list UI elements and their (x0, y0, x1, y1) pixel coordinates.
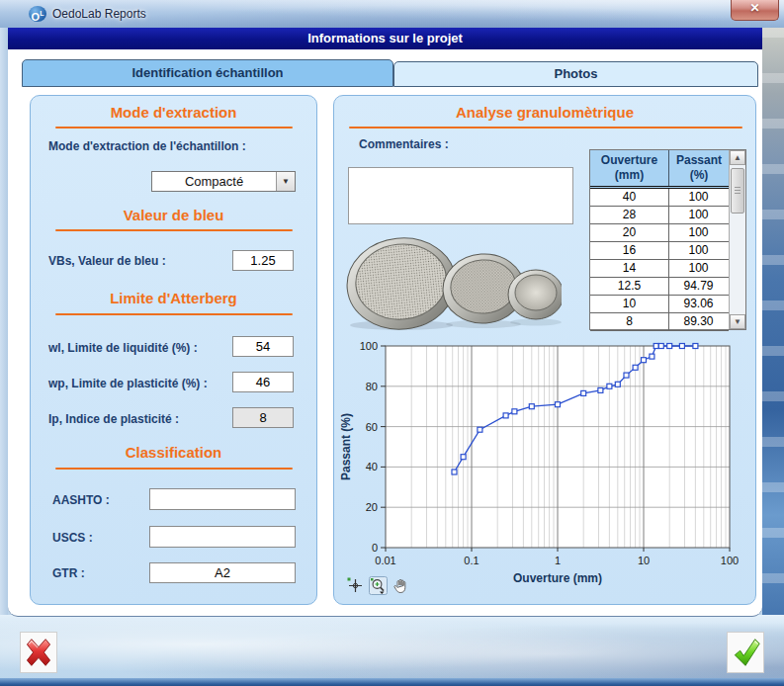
tab-photos[interactable]: Photos (393, 61, 758, 87)
test-sieves-image (342, 232, 562, 331)
ip-label: Ip, Indice de plasticité : (48, 412, 179, 426)
cancel-button[interactable] (20, 632, 57, 673)
table-cell: 8 (590, 313, 669, 330)
atterberg-heading: Limite d'Atterberg (31, 290, 316, 306)
window-frame-right (762, 28, 784, 686)
table-cell: 40 (590, 189, 669, 206)
granulo-table-head: Ouverture(mm)Passant(%) (590, 150, 729, 189)
granulometry-table: Ouverture(mm)Passant(%) 4010028100201001… (589, 149, 746, 330)
uscs-input[interactable] (149, 526, 296, 548)
table-row[interactable]: 12.594.79 (590, 278, 729, 296)
ip-input (232, 407, 294, 428)
table-cell: 28 (590, 207, 669, 223)
scrollbar-thumb[interactable] (731, 168, 744, 214)
classification-heading: Classification (31, 444, 316, 461)
table-row[interactable]: 16100 (590, 242, 729, 260)
table-row[interactable]: 889.30 (590, 313, 729, 331)
extraction-mode-value: Compacté (152, 172, 276, 191)
svg-text:0: 0 (372, 542, 378, 554)
scroll-down-icon[interactable]: ▼ (730, 314, 745, 329)
table-header-cell: Passant(%) (669, 150, 729, 186)
comments-label: Commentaires : (359, 137, 449, 151)
wp-input[interactable] (232, 372, 294, 392)
zoom-magnifier-icon[interactable] (369, 576, 388, 595)
close-icon: ✕ (749, 1, 759, 15)
pan-hand-icon[interactable] (392, 576, 410, 595)
svg-text:1: 1 (555, 555, 561, 566)
table-row[interactable]: 20100 (590, 224, 729, 242)
extraction-heading: Mode d'extraction (31, 104, 316, 121)
heading-underline (55, 229, 293, 231)
heading-underline (55, 468, 293, 470)
granulometry-chart: 0.010.1110100020406080100Ouverture (mm)P… (336, 335, 755, 594)
svg-text:20: 20 (366, 501, 378, 513)
table-cell: 14 (590, 260, 669, 277)
close-button[interactable]: ✕ (731, 0, 779, 21)
table-row[interactable]: 1093.06 (590, 296, 729, 313)
table-cell: 20 (590, 224, 669, 241)
titlebar[interactable]: OL OedoLab Reports (0, 0, 784, 29)
scrollbar-track[interactable] (730, 165, 745, 314)
table-cell: 93.06 (669, 296, 728, 312)
extraction-label: Mode d'extraction de l'échantillon : (48, 139, 246, 153)
wl-input[interactable] (232, 336, 294, 357)
svg-text:Passant (%): Passant (%) (339, 413, 353, 480)
extraction-mode-select[interactable]: Compacté ▼ (151, 171, 296, 192)
svg-text:0.1: 0.1 (464, 555, 479, 566)
chevron-down-icon[interactable]: ▼ (276, 172, 295, 191)
svg-text:100: 100 (360, 340, 378, 352)
granulometry-heading: Analyse granulomètrique (334, 104, 755, 121)
table-cell: 100 (669, 189, 728, 206)
svg-text:100: 100 (721, 555, 739, 566)
table-cell: 12.5 (590, 278, 669, 295)
svg-text:0.01: 0.01 (375, 555, 395, 566)
scroll-up-icon[interactable]: ▲ (730, 150, 745, 165)
crosshair-cursor-icon[interactable] (346, 576, 365, 595)
svg-text:10: 10 (638, 555, 650, 566)
gtr-label: GTR : (52, 566, 85, 580)
tab-identification-echantillon[interactable]: Identification échantillon (22, 59, 393, 87)
app-icon: OL (29, 6, 46, 22)
table-cell: 16 (590, 242, 669, 259)
table-cell: 100 (669, 242, 728, 259)
aashto-input[interactable] (149, 488, 296, 510)
table-cell: 94.79 (669, 278, 728, 295)
window-frame-bottom (0, 678, 784, 686)
granulo-table-body: 401002810020100161001410012.594.791093.0… (590, 189, 729, 331)
sample-identification-panel: Mode d'extraction Mode d'extraction de l… (30, 95, 317, 605)
window-title: OedoLab Reports (52, 7, 146, 21)
table-cell: 100 (669, 224, 728, 241)
wl-label: wl, Limite de liquidité (%) : (48, 341, 198, 355)
heading-underline (55, 127, 293, 129)
red-cross-icon (23, 636, 54, 669)
table-scrollbar[interactable]: ▲ ▼ (729, 150, 745, 329)
comments-textarea[interactable] (348, 167, 573, 224)
oedolab-reports-window: OL OedoLab Reports ✕ Informations sur le… (0, 0, 784, 686)
table-row[interactable]: 14100 (590, 260, 729, 278)
table-cell: 10 (590, 296, 669, 312)
window-frame-left (0, 28, 8, 686)
ok-button[interactable] (727, 632, 764, 673)
vbs-input[interactable] (232, 250, 294, 271)
gtr-input[interactable] (149, 562, 296, 583)
table-header-cell: Ouverture(mm) (590, 150, 669, 186)
aashto-label: AASHTO : (52, 493, 110, 507)
window-footer-strip (0, 615, 784, 680)
green-check-icon (730, 636, 761, 669)
svg-text:80: 80 (366, 381, 378, 392)
svg-text:Ouverture (mm): Ouverture (mm) (513, 571, 602, 585)
uscs-label: USCS : (52, 531, 93, 545)
svg-text:40: 40 (366, 461, 378, 472)
heading-underline (349, 127, 742, 129)
table-row[interactable]: 28100 (590, 207, 729, 224)
heading-underline (55, 313, 293, 315)
table-cell: 89.30 (669, 313, 728, 330)
wp-label: wp, Limite de plasticité (%) : (48, 377, 208, 390)
chart-toolbar (346, 576, 410, 595)
vbs-label: VBs, Valeur de bleu : (48, 254, 166, 268)
table-row[interactable]: 40100 (590, 189, 729, 207)
table-cell: 100 (669, 207, 728, 223)
dialog-header: Informations sur le projet (8, 28, 762, 49)
table-cell: 100 (669, 260, 728, 277)
granulometry-panel: Analyse granulomètrique Commentaires : O… (333, 95, 756, 605)
